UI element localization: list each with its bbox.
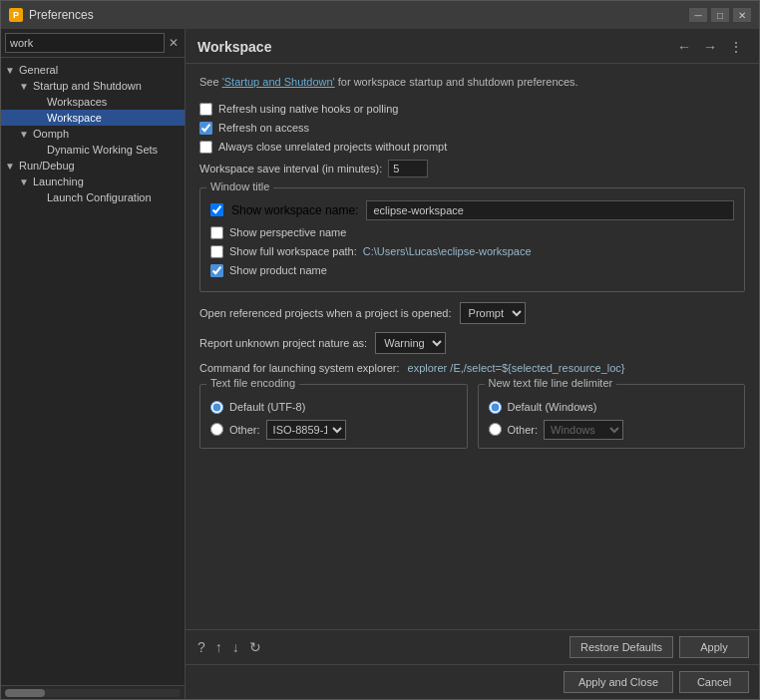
minimize-button[interactable]: ─ (689, 8, 707, 22)
save-interval-row: Workspace save interval (in minutes): (199, 160, 745, 177)
encoding-other-radio[interactable] (210, 423, 223, 436)
panel-title: Workspace (197, 39, 673, 55)
window-title-group-label: Window title (206, 180, 273, 192)
export-button[interactable]: ↑ (213, 637, 224, 657)
horizontal-scrollbar[interactable] (1, 685, 185, 699)
text-encoding-group-label: Text file encoding (206, 377, 299, 389)
sidebar-item-startup[interactable]: ▼ Startup and Shutdown (1, 78, 185, 94)
sidebar-item-label-launching: Launching (33, 175, 84, 187)
sidebar-item-launching[interactable]: ▼ Launching (1, 174, 185, 189)
panel-nav: ← → ⋮ (673, 37, 747, 57)
sidebar-item-label-run-debug: Run/Debug (19, 160, 75, 172)
encoding-other-label: Other: (229, 424, 260, 436)
show-perspective-name-row: Show perspective name (210, 226, 734, 239)
panel-body: See 'Startup and Shutdown' for workspace… (186, 64, 759, 629)
refresh-icon-button[interactable]: ↻ (247, 637, 263, 657)
tree-toggle-run-debug: ▼ (5, 161, 19, 172)
info-text: See 'Startup and Shutdown' for workspace… (199, 74, 745, 91)
checkbox-refresh-native: Refresh using native hooks or polling (199, 103, 745, 116)
maximize-button[interactable]: □ (711, 8, 729, 22)
apply-close-button[interactable]: Apply and Close (564, 671, 673, 693)
refresh-native-label: Refresh using native hooks or polling (218, 103, 398, 115)
encoding-default-row: Default (UTF-8) (210, 401, 457, 414)
tree-container: ▼ General ▼ Startup and Shutdown Workspa… (1, 58, 185, 685)
nav-back-button[interactable]: ← (673, 37, 695, 57)
window-icon: P (9, 8, 23, 22)
title-bar-controls: ─ □ ✕ (689, 8, 751, 22)
command-value: explorer /E,/select=${selected_resource_… (408, 362, 625, 374)
show-workspace-name-label: Show workspace name: (231, 203, 358, 217)
apply-button[interactable]: Apply (679, 636, 749, 658)
sidebar-item-run-debug[interactable]: ▼ Run/Debug (1, 158, 185, 174)
show-perspective-name-checkbox[interactable] (210, 226, 223, 239)
new-text-file-delimiter-box: New text file line delimiter Default (Wi… (478, 384, 746, 449)
right-panel: Workspace ← → ⋮ See 'Startup and Shutdow… (186, 29, 759, 699)
scrollbar-track (5, 689, 181, 697)
newline-other-row: Other: Windows Unix Mac OS X (489, 420, 735, 440)
sidebar-item-label-launch-config: Launch Configuration (47, 191, 152, 203)
preferences-window: P Preferences ─ □ ✕ ✕ ▼ General ▼ (0, 0, 760, 700)
refresh-native-checkbox[interactable] (199, 103, 212, 116)
workspace-name-input[interactable] (366, 200, 734, 220)
main-content: ✕ ▼ General ▼ Startup and Shutdown Works… (1, 29, 759, 699)
apply-close-row: Apply and Close Cancel (186, 664, 759, 699)
tree-toggle-launching: ▼ (19, 176, 33, 187)
restore-defaults-button[interactable]: Restore Defaults (570, 636, 673, 658)
open-ref-row: Open referenced projects when a project … (199, 302, 745, 324)
show-full-path-checkbox[interactable] (210, 245, 223, 258)
import-button[interactable]: ↓ (230, 637, 241, 657)
show-workspace-name-checkbox[interactable] (210, 203, 223, 216)
newline-other-radio[interactable] (489, 423, 502, 436)
window-title: Preferences (29, 8, 683, 22)
nav-forward-button[interactable]: → (699, 37, 721, 57)
checkbox-always-close: Always close unrelated projects without … (199, 141, 745, 154)
newline-other-select[interactable]: Windows Unix Mac OS X (544, 420, 623, 440)
help-button[interactable]: ? (195, 637, 207, 657)
save-interval-label: Workspace save interval (in minutes): (199, 163, 382, 175)
search-bar: ✕ (1, 29, 185, 58)
tree-toggle-oomph: ▼ (19, 129, 33, 140)
encoding-other-select[interactable]: ISO-8859-1 UTF-8 UTF-16 (266, 420, 346, 440)
sidebar-item-workspace[interactable]: Workspace (1, 110, 185, 126)
sidebar-item-label-oomph: Oomph (33, 128, 69, 140)
command-label: Command for launching system explorer: (199, 362, 400, 374)
search-input[interactable] (5, 33, 165, 53)
always-close-checkbox[interactable] (199, 141, 212, 154)
sidebar-item-label-general: General (19, 64, 58, 76)
sidebar: ✕ ▼ General ▼ Startup and Shutdown Works… (1, 29, 186, 699)
show-full-path-label: Show full workspace path: (229, 245, 357, 257)
encoding-default-label: Default (UTF-8) (229, 401, 305, 413)
sidebar-item-launch-config[interactable]: Launch Configuration (1, 189, 185, 205)
search-clear-button[interactable]: ✕ (167, 36, 181, 50)
sidebar-item-general[interactable]: ▼ General (1, 62, 185, 78)
sidebar-item-dynamic-working-sets[interactable]: Dynamic Working Sets (1, 142, 185, 158)
encoding-default-radio[interactable] (210, 401, 223, 414)
cancel-button[interactable]: Cancel (679, 671, 749, 693)
refresh-access-checkbox[interactable] (199, 122, 212, 135)
full-path-value: C:\Users\Lucas\eclipse-workspace (363, 245, 532, 257)
show-workspace-name-row: Show workspace name: (210, 200, 734, 220)
checkbox-refresh-access: Refresh on access (199, 122, 745, 135)
sidebar-item-label-dws: Dynamic Working Sets (47, 144, 158, 156)
show-product-name-checkbox[interactable] (210, 264, 223, 277)
show-perspective-name-label: Show perspective name (229, 226, 346, 238)
newline-default-radio[interactable] (489, 401, 502, 414)
report-select[interactable]: Warning Error Ignore (375, 332, 446, 354)
window-title-group-inner: Show workspace name: Show perspective na… (210, 196, 734, 277)
close-button[interactable]: ✕ (733, 8, 751, 22)
open-ref-select[interactable]: Prompt Always Never (460, 302, 526, 324)
newline-default-label: Default (Windows) (508, 401, 597, 413)
refresh-access-label: Refresh on access (218, 122, 309, 134)
text-file-encoding-box: Text file encoding Default (UTF-8) Other… (199, 384, 468, 449)
show-product-name-label: Show product name (229, 264, 327, 276)
startup-shutdown-link[interactable]: 'Startup and Shutdown' (222, 76, 335, 88)
sidebar-item-workspaces[interactable]: Workspaces (1, 94, 185, 110)
save-interval-input[interactable] (388, 160, 428, 177)
scrollbar-thumb (5, 689, 45, 697)
tree-toggle-general: ▼ (5, 65, 19, 76)
panel-header: Workspace ← → ⋮ (186, 29, 759, 64)
bottom-icons: ? ↑ ↓ ↻ (195, 637, 263, 657)
nav-menu-button[interactable]: ⋮ (725, 37, 747, 57)
sidebar-item-oomph[interactable]: ▼ Oomph (1, 126, 185, 142)
open-ref-label: Open referenced projects when a project … (199, 307, 452, 319)
